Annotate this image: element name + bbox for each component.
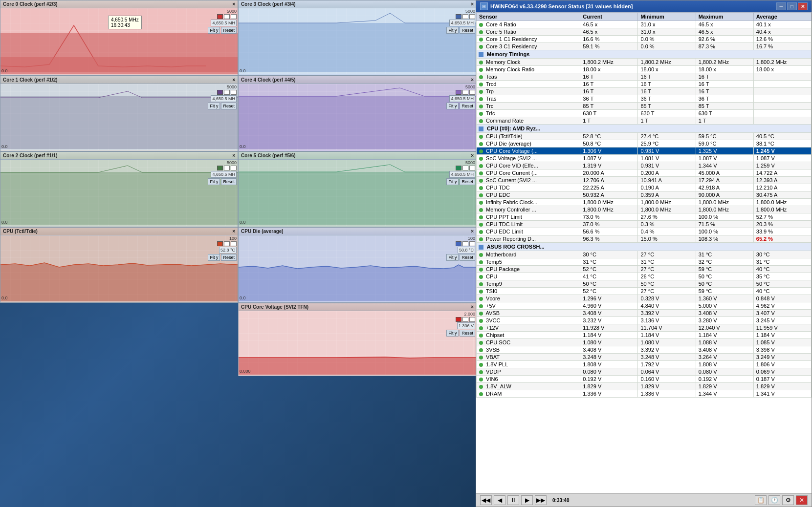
- sensor-dot: [479, 142, 483, 146]
- core5-fit-btn[interactable]: Fit y: [446, 178, 459, 185]
- cpu-tctl-top-val: 100: [229, 236, 237, 241]
- cpu-voltage-cb1[interactable]: [462, 317, 468, 322]
- hwinfo-titlebar: H HWiNFO64 v6.33-4290 Sensor Status [31 …: [476, 0, 812, 12]
- cpu-tctl-title: CPU (Tctl/Tdie): [3, 229, 38, 234]
- core5-cb1[interactable]: [462, 166, 468, 170]
- sensor-average-cell: 18.00 x: [753, 66, 811, 73]
- core4-cb1[interactable]: [462, 90, 468, 95]
- core1-fit-btn[interactable]: Fit y: [208, 103, 220, 109]
- sensor-minimum-cell: 10.941 A: [638, 177, 696, 184]
- core1-graph-area: 5000 4,650.5 MH Fit y Reset 0.0: [0, 84, 238, 150]
- sensor-average-cell: 40.5 °C: [753, 133, 811, 140]
- sensor-maximum-cell: 36 T: [696, 95, 753, 103]
- table-row: Memory Clock 1,800.2 MHz 1,800.2 MHz 1,8…: [477, 59, 812, 66]
- sensor-name-cell: Trc: [477, 103, 580, 110]
- core1-cb1[interactable]: [224, 90, 230, 95]
- table-row: CPU TDC 22.225 A 0.190 A 42.918 A 12.210…: [477, 184, 812, 191]
- pause-btn[interactable]: ⏸: [507, 495, 519, 505]
- sensor-minimum-cell: 27.6 %: [638, 213, 696, 221]
- core0-color1: [217, 14, 223, 19]
- core4-close[interactable]: ×: [471, 77, 474, 83]
- cpu-die-cb2[interactable]: [469, 241, 475, 246]
- core5-panel: Core 5 Clock (perf #5/6) × 5000 4,650.5 …: [238, 151, 477, 227]
- rewind-btn[interactable]: ◀◀: [480, 495, 492, 505]
- cpu-voltage-close[interactable]: ×: [471, 304, 474, 310]
- core5-bottom-val: 0.0: [240, 220, 246, 225]
- sensor-average-cell: 38.1 °C: [753, 140, 811, 148]
- sensor-table-container: Sensor Current Minimum Maximum Average C…: [476, 12, 812, 493]
- core2-cb2[interactable]: [231, 166, 237, 170]
- sensor-average-cell: 40 °C: [753, 266, 811, 273]
- cpu-die-cb1[interactable]: [462, 241, 468, 246]
- maximize-button[interactable]: □: [787, 2, 797, 10]
- core4-reset-btn[interactable]: Reset: [460, 103, 475, 109]
- core2-reset-btn[interactable]: Reset: [221, 178, 237, 185]
- core0-fit-btn[interactable]: Fit y: [208, 27, 220, 34]
- core5-cb2[interactable]: [469, 166, 475, 170]
- cpu-voltage-cb2[interactable]: [469, 317, 475, 322]
- table-row: AVSB 3.408 V 3.392 V 3.408 V 3.407 V: [477, 310, 812, 317]
- cpu-die-reset-btn[interactable]: Reset: [460, 254, 475, 261]
- svg-marker-14: [0, 263, 238, 301]
- cpu-die-mid-val: 50.8 °C: [458, 247, 475, 254]
- core2-fit-btn[interactable]: Fit y: [208, 178, 220, 185]
- table-row: CPU SOC 1.080 V 1.080 V 1.088 V 1.085 V: [477, 339, 812, 346]
- cpu-die-close[interactable]: ×: [471, 229, 474, 234]
- ffwd-btn[interactable]: ▶▶: [535, 495, 547, 505]
- log-btn[interactable]: 📋: [755, 495, 767, 505]
- clock-btn[interactable]: 🕐: [768, 495, 780, 505]
- sensor-current-cell: 11.928 V: [580, 324, 638, 332]
- core5-reset-btn[interactable]: Reset: [460, 178, 475, 185]
- core0-cb1[interactable]: [224, 14, 230, 19]
- cpu-die-fit-btn[interactable]: Fit y: [446, 254, 459, 261]
- cpu-tctl-fit-btn[interactable]: Fit y: [208, 254, 220, 261]
- cpu-voltage-fit-btn[interactable]: Fit y: [446, 330, 459, 337]
- core3-graph-area: 5000 4,650.5 MH Fit y Reset 0.0: [239, 8, 476, 74]
- table-row: Power Reporting D... 96.3 % 15.0 % 108.3…: [477, 235, 812, 243]
- cpu-voltage-reset-btn[interactable]: Reset: [460, 330, 475, 337]
- core4-fit-btn[interactable]: Fit y: [446, 103, 459, 109]
- core5-close[interactable]: ×: [471, 153, 474, 158]
- cpu-tctl-cb1[interactable]: [224, 241, 230, 246]
- sensor-name-cell: +12V: [477, 324, 580, 332]
- close-button[interactable]: ✕: [798, 2, 808, 10]
- sensor-maximum-cell: 18.00 x: [696, 66, 753, 73]
- prev-btn[interactable]: ◀: [494, 495, 505, 505]
- core0-close[interactable]: ×: [232, 1, 235, 7]
- core1-chart: [0, 84, 238, 150]
- core2-close[interactable]: ×: [232, 153, 235, 158]
- sensor-name-cell: Chipset: [477, 332, 580, 339]
- cpu-tctl-cb2[interactable]: [231, 241, 237, 246]
- core1-close[interactable]: ×: [232, 77, 235, 83]
- cpu-tctl-close[interactable]: ×: [232, 229, 235, 234]
- core1-reset-btn[interactable]: Reset: [221, 103, 237, 109]
- core4-cb2[interactable]: [469, 90, 475, 95]
- core3-cb1[interactable]: [462, 14, 468, 19]
- core0-reset-btn[interactable]: Reset: [221, 27, 237, 34]
- sensor-maximum-cell: 0.192 V: [696, 376, 753, 383]
- next-btn[interactable]: ▶: [521, 495, 533, 505]
- hwinfo-win-controls[interactable]: ─ □ ✕: [776, 2, 808, 10]
- core3-cb2[interactable]: [469, 14, 475, 19]
- sensor-average-cell: 11.959 V: [753, 324, 811, 332]
- core0-cb2[interactable]: [231, 14, 237, 19]
- core3-close[interactable]: ×: [471, 1, 474, 7]
- core1-cb2[interactable]: [231, 90, 237, 95]
- settings-btn[interactable]: ⚙: [782, 495, 794, 505]
- core1-title: Core 1 Clock (perf #1/2): [3, 77, 58, 83]
- sensor-maximum-cell: 85 T: [696, 103, 753, 110]
- cpu-die-bottom-val: 0.0: [240, 296, 246, 300]
- sensor-average-cell: 0.848 V: [753, 295, 811, 302]
- sensor-name-cell: 3VSB: [477, 346, 580, 354]
- sensor-name-cell: CPU PPT Limit: [477, 213, 580, 221]
- sensor-maximum-cell: 59 °C: [696, 288, 753, 295]
- core3-fit-btn[interactable]: Fit y: [446, 27, 459, 34]
- core3-reset-btn[interactable]: Reset: [460, 27, 475, 34]
- minimize-button[interactable]: ─: [776, 2, 786, 10]
- sensor-minimum-cell: 1.829 V: [638, 383, 696, 390]
- core5-header: Core 5 Clock (perf #5/6) ×: [239, 152, 476, 160]
- sensor-average-cell: 1.341 V: [753, 390, 811, 398]
- core2-cb1[interactable]: [224, 166, 230, 170]
- cpu-tctl-reset-btn[interactable]: Reset: [221, 254, 237, 261]
- close-status-btn[interactable]: ✕: [796, 495, 808, 505]
